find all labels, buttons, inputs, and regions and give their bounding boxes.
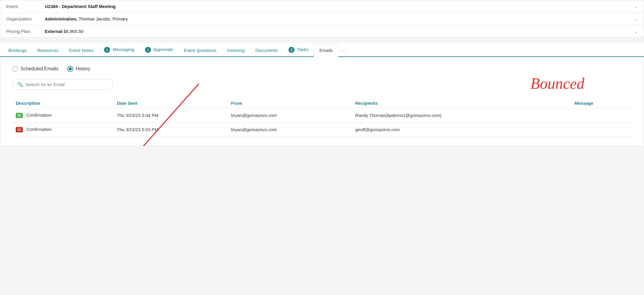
bounced-label: Bounced xyxy=(530,75,584,92)
pricing-row: Pricing Plan: External $8,965.50 ⌄ xyxy=(0,25,644,37)
email-search-box: 🔍 xyxy=(12,79,113,90)
email-table: Description Date Sent From Recipients Me… xyxy=(12,98,632,137)
org-rest: Thomas Jacobs, Primary xyxy=(79,16,128,21)
email-bounced-icon xyxy=(16,127,23,132)
organization-label: Organization: xyxy=(6,16,45,21)
row1-recipients: Randy Thomas(bpdemo1@gomazevo.com) xyxy=(352,108,571,123)
tab-emails[interactable]: Emails xyxy=(314,44,338,57)
event-value: U2384 - Department Staff Meeting xyxy=(45,4,634,9)
more-tabs-icon[interactable]: … xyxy=(338,43,348,56)
col-date-sent: Date Sent xyxy=(113,98,227,108)
row2-date: Thu 3/23/23 5:03 PM xyxy=(113,123,227,137)
history-radio-icon xyxy=(67,66,73,72)
pricing-bold: External xyxy=(45,29,62,34)
organization-row: Organization: Administration, Thomas Jac… xyxy=(0,13,644,25)
col-from: From xyxy=(227,98,352,108)
emails-content-area: Bounced Scheduled Emails History 🔍 Descr… xyxy=(0,57,644,146)
pricing-value: External $8,965.50 xyxy=(45,29,634,34)
pricing-label: Pricing Plan: xyxy=(6,29,45,34)
table-row[interactable]: Confirmation Thu 3/23/23 5:04 PM bryan@g… xyxy=(12,108,632,123)
pricing-rest: $8,965.50 xyxy=(63,29,83,34)
row2-recipients: geoff@gomazevo.com xyxy=(352,123,571,137)
tab-messaging[interactable]: 1 Messaging xyxy=(99,43,140,57)
email-table-header: Description Date Sent From Recipients Me… xyxy=(12,98,632,108)
event-row: Event: U2384 - Department Staff Meeting … xyxy=(0,0,644,13)
event-info-panel: Event: U2384 - Department Staff Meeting … xyxy=(0,0,644,38)
search-icon: 🔍 xyxy=(17,82,23,87)
pricing-chevron-icon[interactable]: ⌄ xyxy=(634,29,638,34)
tab-bookings[interactable]: Bookings xyxy=(3,44,32,57)
tab-documents[interactable]: Documents xyxy=(250,44,283,57)
history-label: History xyxy=(76,66,90,72)
search-input[interactable] xyxy=(25,82,108,87)
org-bold: Administration, xyxy=(45,16,77,21)
history-radio[interactable]: History xyxy=(67,66,90,72)
tab-approvals[interactable]: 1 Approvals xyxy=(140,43,178,57)
col-message: Message xyxy=(571,98,632,108)
scheduled-emails-label: Scheduled Emails xyxy=(20,66,58,72)
email-table-body: Confirmation Thu 3/23/23 5:04 PM bryan@g… xyxy=(12,108,632,137)
organization-value: Administration, Thomas Jacobs, Primary xyxy=(45,16,634,21)
table-row[interactable]: Confirmation Thu 3/23/23 5:03 PM bryan@g… xyxy=(12,123,632,137)
tab-resources[interactable]: Resources xyxy=(32,44,64,57)
row2-from: bryan@gomazevo.com xyxy=(227,123,352,137)
approvals-badge: 1 xyxy=(145,47,151,53)
tasks-badge: 2 xyxy=(288,47,294,53)
row1-desc-text: Confirmation xyxy=(26,112,52,118)
row1-message xyxy=(571,108,632,123)
col-recipients: Recipients xyxy=(352,98,571,108)
row2-description: Confirmation xyxy=(12,123,113,137)
event-label: Event: xyxy=(6,4,45,9)
scheduled-radio-icon xyxy=(12,66,18,72)
row2-message xyxy=(571,123,632,137)
organization-chevron-icon[interactable]: ⌄ xyxy=(634,17,638,21)
col-description: Description xyxy=(12,98,113,108)
tab-event-questions[interactable]: Event Questions xyxy=(178,44,222,57)
nav-tabs-bar: Bookings Resources Event Notes 1 Messagi… xyxy=(0,43,644,57)
row1-from: bryan@gomazevo.com xyxy=(227,108,352,123)
email-sent-icon xyxy=(16,113,23,118)
row1-description: Confirmation xyxy=(12,108,113,123)
row2-desc-text: Confirmation xyxy=(26,127,52,132)
scheduled-emails-radio[interactable]: Scheduled Emails xyxy=(12,66,58,72)
event-chevron-icon[interactable]: ⌄ xyxy=(634,4,638,9)
tab-event-notes[interactable]: Event Notes xyxy=(64,44,99,57)
tab-tasks[interactable]: 2 Tasks xyxy=(283,43,314,57)
messaging-badge: 1 xyxy=(104,47,110,53)
row1-date: Thu 3/23/23 5:04 PM xyxy=(113,108,227,123)
tab-invoicing[interactable]: Invoicing xyxy=(222,44,250,57)
radio-group: Scheduled Emails History xyxy=(12,66,632,72)
